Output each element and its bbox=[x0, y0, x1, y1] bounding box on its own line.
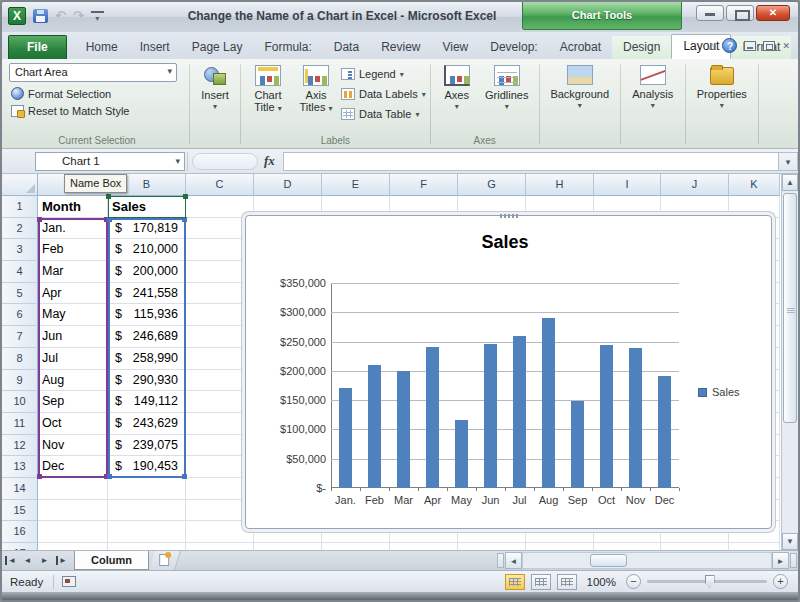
qat-dropdown-icon[interactable]: ▾ bbox=[91, 11, 104, 24]
scroll-down-icon[interactable]: ▼ bbox=[782, 533, 798, 550]
cell-B15[interactable] bbox=[108, 500, 186, 522]
cell-B13[interactable]: $190,453 bbox=[108, 456, 186, 478]
cell-B1[interactable]: Sales bbox=[108, 196, 186, 218]
cell-B12[interactable]: $239,075 bbox=[108, 435, 186, 457]
expand-formula-bar-icon[interactable]: ▾ bbox=[778, 152, 798, 171]
cell-A11[interactable]: Oct bbox=[38, 413, 108, 435]
prev-sheet-icon[interactable]: ◄ bbox=[19, 551, 36, 570]
cell-A9[interactable]: Aug bbox=[38, 370, 108, 392]
excel-logo-icon[interactable]: X bbox=[8, 7, 26, 25]
column-header-F[interactable]: F bbox=[390, 174, 458, 196]
cell-C11[interactable] bbox=[186, 413, 254, 435]
chart-top-handle[interactable] bbox=[500, 214, 518, 218]
cell-A4[interactable]: Mar bbox=[38, 261, 108, 283]
cell-B7[interactable]: $246,689 bbox=[108, 326, 186, 348]
tab-design[interactable]: Design bbox=[612, 36, 671, 59]
last-sheet-icon[interactable]: ► bbox=[53, 551, 70, 570]
row-header-3[interactable]: 3 bbox=[2, 239, 38, 261]
cell-B4[interactable]: $200,000 bbox=[108, 261, 186, 283]
cell-C4[interactable] bbox=[186, 261, 254, 283]
format-selection-button[interactable]: Format Selection bbox=[9, 87, 185, 100]
save-icon[interactable] bbox=[33, 9, 48, 23]
cell-A2[interactable]: Jan. bbox=[38, 218, 108, 240]
vertical-scroll-thumb[interactable] bbox=[783, 193, 797, 423]
insert-worksheet-icon[interactable] bbox=[149, 551, 181, 570]
minimize-button[interactable] bbox=[696, 5, 724, 21]
cell-C1[interactable] bbox=[186, 196, 254, 218]
zoom-in-icon[interactable]: + bbox=[773, 574, 788, 589]
cell-H17[interactable] bbox=[526, 543, 594, 550]
cell-B11[interactable]: $243,629 bbox=[108, 413, 186, 435]
chart-legend[interactable]: Sales bbox=[698, 386, 740, 398]
tab-view[interactable]: View bbox=[431, 36, 479, 59]
row-header-4[interactable]: 4 bbox=[2, 261, 38, 283]
cell-A8[interactable]: Jul bbox=[38, 348, 108, 370]
cell-B3[interactable]: $210,000 bbox=[108, 239, 186, 261]
cell-A16[interactable] bbox=[38, 521, 108, 543]
data-table-button[interactable]: Data Table ▾ bbox=[341, 105, 426, 123]
zoom-level[interactable]: 100% bbox=[587, 576, 616, 588]
column-header-I[interactable]: I bbox=[594, 174, 661, 196]
cell-B2[interactable]: $170,819 bbox=[108, 218, 186, 240]
axes-button[interactable]: Axes ▾ bbox=[435, 63, 479, 133]
workbook-minimize-icon[interactable] bbox=[744, 41, 756, 51]
column-header-E[interactable]: E bbox=[322, 174, 390, 196]
legend-button[interactable]: Legend ▾ bbox=[341, 65, 426, 83]
row-header-6[interactable]: 6 bbox=[2, 304, 38, 326]
cell-B5[interactable]: $241,558 bbox=[108, 283, 186, 305]
cell-B14[interactable] bbox=[108, 478, 186, 500]
zoom-out-icon[interactable]: − bbox=[626, 574, 641, 589]
cell-G17[interactable] bbox=[458, 543, 526, 550]
cell-J17[interactable] bbox=[661, 543, 729, 550]
analysis-button[interactable]: Analysis ▾ bbox=[625, 63, 681, 114]
cell-C12[interactable] bbox=[186, 435, 254, 457]
cell-B8[interactable]: $258,990 bbox=[108, 348, 186, 370]
help-icon[interactable]: ? bbox=[722, 38, 737, 53]
tab-review[interactable]: Review bbox=[370, 36, 431, 59]
tab-acrobat[interactable]: Acrobat bbox=[549, 36, 612, 59]
chart[interactable]: Sales Sales $350,000$300,000$250,000$200… bbox=[245, 215, 772, 529]
cell-A14[interactable] bbox=[38, 478, 108, 500]
cell-A6[interactable]: May bbox=[38, 304, 108, 326]
cell-C16[interactable] bbox=[186, 521, 254, 543]
gridlines-button[interactable]: Gridlines ▾ bbox=[479, 63, 535, 133]
zoom-slider-thumb[interactable] bbox=[705, 575, 715, 588]
cell-C8[interactable] bbox=[186, 348, 254, 370]
column-header-G[interactable]: G bbox=[458, 174, 526, 196]
workbook-restore-icon[interactable] bbox=[763, 41, 775, 51]
cell-C6[interactable] bbox=[186, 304, 254, 326]
row-header-1[interactable]: 1 bbox=[2, 196, 38, 218]
cell-C3[interactable] bbox=[186, 239, 254, 261]
row-header-11[interactable]: 11 bbox=[2, 413, 38, 435]
tab-develop[interactable]: Develop: bbox=[479, 36, 548, 59]
chart-title[interactable]: Sales bbox=[331, 232, 679, 253]
cell-C14[interactable] bbox=[186, 478, 254, 500]
cell-A10[interactable]: Sep bbox=[38, 391, 108, 413]
chart-elements-combo[interactable]: Chart Area ▾ bbox=[9, 63, 177, 82]
background-button[interactable]: Background ▾ bbox=[544, 63, 616, 114]
column-header-J[interactable]: J bbox=[661, 174, 729, 196]
cell-B10[interactable]: $149,112 bbox=[108, 391, 186, 413]
tab-split-handle[interactable] bbox=[497, 553, 504, 568]
row-header-17[interactable]: 17 bbox=[2, 543, 38, 550]
cell-B16[interactable] bbox=[108, 521, 186, 543]
scroll-right-icon[interactable]: ► bbox=[772, 552, 789, 569]
row-header-13[interactable]: 13 bbox=[2, 456, 38, 478]
cell-A15[interactable] bbox=[38, 500, 108, 522]
cell-C7[interactable] bbox=[186, 326, 254, 348]
cell-C17[interactable] bbox=[186, 543, 254, 550]
cell-C5[interactable] bbox=[186, 283, 254, 305]
cell-A1[interactable]: Month bbox=[38, 196, 108, 218]
scroll-left-icon[interactable]: ◄ bbox=[505, 552, 522, 569]
undo-icon[interactable]: ↶ bbox=[55, 9, 66, 23]
vertical-scrollbar[interactable]: ▲ ▼ bbox=[781, 174, 798, 550]
cell-D17[interactable] bbox=[254, 543, 322, 550]
horizontal-scrollbar[interactable] bbox=[522, 552, 772, 569]
cell-A13[interactable]: Dec bbox=[38, 456, 108, 478]
cell-C9[interactable] bbox=[186, 370, 254, 392]
horizontal-scroll-thumb[interactable] bbox=[590, 554, 627, 567]
cell-C2[interactable] bbox=[186, 218, 254, 240]
cell-K17[interactable] bbox=[729, 543, 780, 550]
workbook-close-icon[interactable]: ✕ bbox=[782, 41, 790, 51]
close-button[interactable]: ✕ bbox=[756, 5, 790, 21]
